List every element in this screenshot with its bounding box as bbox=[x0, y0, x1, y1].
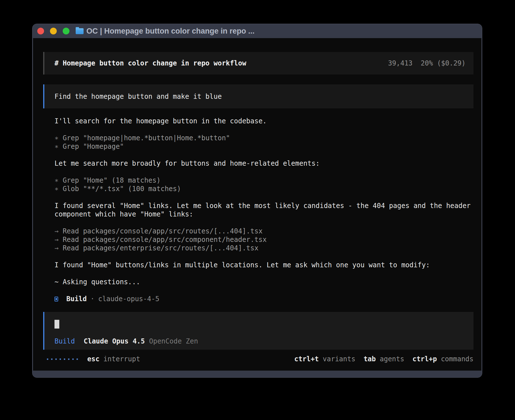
blank-line bbox=[54, 218, 472, 227]
esc-label: interrupt bbox=[103, 355, 140, 363]
tool-call-line: → Read packages/console/app/src/componen… bbox=[54, 235, 472, 244]
agent-name: Build bbox=[54, 337, 75, 345]
agent-status-icon bbox=[54, 297, 58, 301]
tool-call-line: → Read packages/console/app/src/routes/[… bbox=[54, 227, 472, 235]
status-left: esc interrupt bbox=[47, 355, 140, 363]
tool-call-text: Grep "Home" (18 matches) bbox=[63, 176, 161, 184]
bullet-icon: ∗ bbox=[54, 176, 63, 184]
status-shortcuts: ctrl+tvariantstabagentsctrl+pcommands bbox=[294, 355, 473, 363]
input-meta: Build Claude Opus 4.5 OpenCode Zen bbox=[54, 337, 466, 345]
assistant-text-line: I found "Home" buttons/links in multiple… bbox=[54, 261, 472, 269]
assistant-transcript: I'll search for the homepage button in t… bbox=[54, 117, 472, 303]
tool-call-text: Read packages/console/app/src/component/… bbox=[63, 236, 267, 244]
model-name: Claude Opus 4.5 bbox=[84, 337, 145, 345]
spinner-dot bbox=[77, 358, 78, 360]
spinner-dot bbox=[64, 358, 65, 360]
text-cursor bbox=[54, 320, 59, 329]
blank-line bbox=[54, 286, 472, 295]
shortcut-label: variants bbox=[323, 355, 355, 363]
agent-badge: Build·claude-opus-4-5 bbox=[54, 295, 472, 303]
shortcut-label: agents bbox=[380, 355, 404, 363]
terminal-content: # Homepage button color change in repo w… bbox=[32, 38, 482, 371]
provider-name: OpenCode Zen bbox=[149, 337, 198, 345]
badge-model-name: claude-opus-4-5 bbox=[98, 295, 160, 303]
user-message-text: Find the homepage button and make it blu… bbox=[54, 92, 222, 101]
spinner-dot bbox=[55, 358, 57, 360]
arrow-icon: → bbox=[54, 236, 63, 244]
tool-call-line: ∗ Grep "Homepage" bbox=[54, 142, 472, 151]
shortcut-key: tab bbox=[364, 355, 376, 363]
bullet-icon: ∗ bbox=[54, 185, 63, 193]
blank-line bbox=[54, 193, 472, 202]
blank-line bbox=[54, 269, 472, 278]
badge-separator: · bbox=[90, 295, 94, 303]
tool-call-line: → Read packages/enterprise/src/routes/[.… bbox=[54, 244, 472, 252]
tool-call-line: ∗ Glob "**/*.tsx" (100 matches) bbox=[54, 185, 472, 193]
spinner-dot bbox=[47, 358, 48, 360]
shortcut-key: ctrl+p bbox=[413, 355, 437, 363]
blank-line bbox=[54, 168, 472, 176]
tool-call-text: Read packages/console/app/src/routes/[..… bbox=[63, 227, 263, 235]
spinner-dot bbox=[60, 358, 61, 360]
session-header: # Homepage button color change in repo w… bbox=[43, 52, 473, 75]
session-title: # Homepage button color change in repo w… bbox=[54, 59, 246, 67]
esc-key: esc bbox=[87, 355, 99, 363]
token-count: 39,413 bbox=[388, 59, 413, 67]
minimize-button[interactable] bbox=[50, 28, 57, 34]
bullet-icon: ∗ bbox=[54, 134, 63, 142]
spinner-dot bbox=[68, 358, 69, 360]
window-title: OC | Homepage button color change in rep… bbox=[86, 27, 255, 36]
bullet-icon: ∗ bbox=[54, 143, 63, 150]
context-usage: 20% ($0.29) bbox=[421, 59, 466, 67]
spinner-dot bbox=[51, 358, 53, 360]
arrow-icon: → bbox=[54, 227, 63, 235]
spinner-dot bbox=[72, 358, 74, 360]
traffic-lights bbox=[37, 28, 69, 34]
prompt-input[interactable]: Build Claude Opus 4.5 OpenCode Zen bbox=[43, 312, 473, 350]
status-bar: esc interrupt ctrl+tvariantstabagentsctr… bbox=[43, 355, 473, 363]
shortcut-hint-commands: ctrl+pcommands bbox=[413, 355, 473, 363]
shortcut-hint-agents: tabagents bbox=[364, 355, 404, 363]
session-stats: 39,41320% ($0.29) bbox=[355, 51, 466, 76]
tool-call-text: Grep "Homepage" bbox=[63, 143, 124, 150]
tool-call-text: Grep "homepage|home.*button|Home.*button… bbox=[63, 134, 230, 142]
tool-call-line: ∗ Grep "Home" (18 matches) bbox=[54, 176, 472, 185]
assistant-text-line: Let me search more broadly for buttons a… bbox=[54, 159, 472, 168]
shortcut-hint-variants: ctrl+tvariants bbox=[294, 355, 355, 363]
assistant-text-line: I'll search for the homepage button in t… bbox=[54, 117, 472, 125]
terminal-window: OC | Homepage button color change in rep… bbox=[32, 24, 482, 378]
blank-line bbox=[54, 151, 472, 159]
badge-agent-name: Build bbox=[66, 295, 87, 303]
tool-call-line: ∗ Grep "homepage|home.*button|Home.*butt… bbox=[54, 134, 472, 142]
arrow-icon: → bbox=[54, 244, 63, 252]
tool-call-text: Read packages/enterprise/src/routes/[...… bbox=[63, 244, 259, 252]
spinner-dots bbox=[47, 358, 78, 360]
blank-line bbox=[54, 125, 472, 134]
user-message: Find the homepage button and make it blu… bbox=[43, 84, 473, 108]
blank-line bbox=[54, 252, 472, 261]
window-footer bbox=[32, 371, 482, 377]
close-button[interactable] bbox=[37, 28, 44, 34]
shortcut-label: commands bbox=[441, 355, 473, 363]
zoom-button[interactable] bbox=[63, 28, 69, 34]
assistant-text-line: ~ Asking questions... bbox=[54, 278, 472, 286]
assistant-text-line: I found several "Home" links. Let me loo… bbox=[54, 202, 472, 218]
shortcut-key: ctrl+t bbox=[294, 355, 319, 363]
window-titlebar: OC | Homepage button color change in rep… bbox=[32, 24, 482, 38]
folder-icon bbox=[76, 28, 84, 34]
tool-call-text: Glob "**/*.tsx" (100 matches) bbox=[63, 185, 181, 193]
